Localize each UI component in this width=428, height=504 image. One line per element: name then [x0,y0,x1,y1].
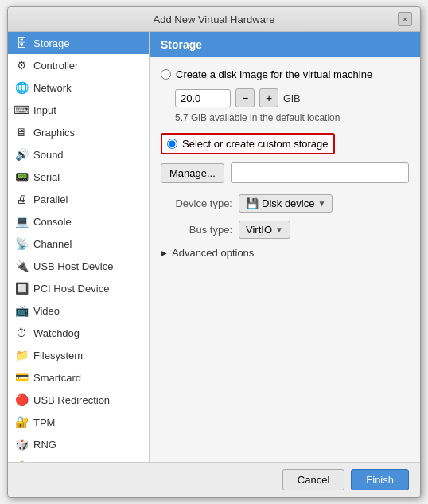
device-type-row: Device type: 💾 Disk device ▼ [161,194,409,213]
sidebar-item-storage[interactable]: 🗄 Storage [8,32,149,54]
sidebar-label-pci-host-device: PCI Host Device [33,283,109,295]
custom-storage-radio[interactable] [167,139,177,149]
sidebar-item-rng[interactable]: 🎲 RNG [8,433,149,455]
disk-device-icon: 💾 [246,197,259,209]
sidebar-item-video[interactable]: 📺 Video [8,299,149,322]
finish-button[interactable]: Finish [351,469,409,490]
rng-icon: 🎲 [14,437,29,451]
dialog-title: Add New Virtual Hardware [30,14,398,25]
pci-icon: 🔲 [14,281,29,295]
sidebar-label-serial: Serial [33,171,60,183]
sound-icon: 🔊 [14,147,29,162]
sidebar-item-input[interactable]: ⌨ Input [8,99,149,121]
advanced-options-label: Advanced options [172,247,254,259]
bus-type-row: Bus type: VirtIO ▼ [161,221,409,239]
sidebar-label-usb-redirection: USB Redirection [33,394,110,406]
sidebar-label-rng: RNG [33,439,56,451]
manage-row: Manage... [161,162,409,183]
increase-size-button[interactable]: + [259,88,278,107]
sidebar-label-usb-host-device: USB Host Device [33,260,113,272]
advanced-options-row[interactable]: ▶ Advanced options [161,247,409,259]
sidebar-item-channel[interactable]: 📡 Channel [8,232,149,255]
bus-type-value: VirtIO [246,224,272,236]
storage-path-input[interactable] [231,162,409,183]
sidebar: 🗄 Storage ⚙ Controller 🌐 Network ⌨ Input… [8,32,150,462]
device-type-value: Disk device [262,197,314,209]
chevron-right-icon: ▶ [161,248,167,257]
sidebar-item-graphics[interactable]: 🖥 Graphics [8,121,149,143]
add-hardware-dialog: Add New Virtual Hardware × 🗄 Storage ⚙ C… [7,6,421,498]
filesystem-icon: 📁 [14,348,29,362]
custom-storage-radio-row: Select or create custom storage [161,133,335,154]
sidebar-item-serial[interactable]: 📟 Serial [8,166,149,188]
input-icon: ⌨ [14,103,29,117]
dialog-body: 🗄 Storage ⚙ Controller 🌐 Network ⌨ Input… [8,32,420,462]
close-icon: × [403,14,407,24]
usbred-icon: 🔴 [14,393,29,407]
manage-button[interactable]: Manage... [161,163,224,183]
parallel-icon: 🖨 [14,192,29,206]
sidebar-item-network[interactable]: 🌐 Network [8,76,149,99]
bus-type-dropdown[interactable]: VirtIO ▼ [239,221,290,239]
sidebar-item-panic-notifier[interactable]: 🔔 Panic Notifier [8,455,149,462]
sidebar-label-parallel: Parallel [33,193,68,205]
sidebar-label-channel: Channel [33,238,72,250]
sidebar-label-controller: Controller [33,60,78,72]
video-icon: 📺 [14,303,29,318]
size-unit: GiB [283,92,301,104]
sidebar-item-sound[interactable]: 🔊 Sound [8,143,149,166]
sidebar-item-pci-host-device[interactable]: 🔲 PCI Host Device [8,277,149,299]
sidebar-item-smartcard[interactable]: 💳 Smartcard [8,366,149,389]
sidebar-label-input: Input [33,104,56,116]
sidebar-label-sound: Sound [33,149,64,161]
size-row: − + GiB [175,88,409,107]
chevron-down-icon: ▼ [317,199,325,208]
usb-icon: 🔌 [14,259,29,273]
close-button[interactable]: × [398,12,412,26]
sidebar-label-watchdog: Watchdog [33,327,80,339]
sidebar-label-tpm: TPM [33,416,55,428]
sidebar-label-graphics: Graphics [33,127,75,139]
main-content: Storage Create a disk image for the virt… [150,32,420,462]
device-type-label: Device type: [161,197,232,209]
decrease-size-button[interactable]: − [235,88,255,107]
serial-icon: 📟 [14,170,29,184]
sidebar-label-storage: Storage [33,37,70,49]
dialog-titlebar: Add New Virtual Hardware × [8,7,420,32]
bus-type-label: Bus type: [161,224,232,236]
size-input[interactable] [175,89,231,107]
disk-image-radio-row: Create a disk image for the virtual mach… [161,68,409,80]
sidebar-item-usb-host-device[interactable]: 🔌 USB Host Device [8,255,149,277]
cancel-button[interactable]: Cancel [282,469,344,490]
controller-icon: ⚙ [14,58,29,72]
sidebar-label-network: Network [33,82,72,94]
sidebar-label-panic-notifier: Panic Notifier [33,461,95,463]
sidebar-item-console[interactable]: 💻 Console [8,210,149,232]
sidebar-item-watchdog[interactable]: ⏱ Watchdog [8,322,149,344]
sidebar-item-filesystem[interactable]: 📁 Filesystem [8,344,149,366]
smartcard-icon: 💳 [14,370,29,385]
dialog-footer: Cancel Finish [8,462,420,497]
available-text: 5.7 GiB available in the default locatio… [175,112,409,123]
disk-image-radio[interactable] [161,69,171,80]
chevron-down-icon-bus: ▼ [275,225,283,234]
panic-icon: 🔔 [14,459,29,462]
sidebar-label-smartcard: Smartcard [33,372,81,384]
graphics-icon: 🖥 [14,125,29,139]
watchdog-icon: ⏱ [14,326,29,340]
main-body: Create a disk image for the virtual mach… [150,57,420,462]
console-icon: 💻 [14,214,29,229]
sidebar-item-parallel[interactable]: 🖨 Parallel [8,188,149,210]
main-header: Storage [150,32,420,57]
channel-icon: 📡 [14,236,29,251]
disk-image-label: Create a disk image for the virtual mach… [176,68,372,80]
sidebar-item-usb-redirection[interactable]: 🔴 USB Redirection [8,389,149,411]
custom-storage-label: Select or create custom storage [182,138,329,150]
sidebar-item-controller[interactable]: ⚙ Controller [8,54,149,76]
sidebar-label-video: Video [33,305,60,317]
network-icon: 🌐 [14,80,29,95]
tpm-icon: 🔐 [14,415,29,429]
sidebar-label-filesystem: Filesystem [33,350,83,361]
device-type-dropdown[interactable]: 💾 Disk device ▼ [239,194,333,213]
sidebar-item-tpm[interactable]: 🔐 TPM [8,411,149,433]
